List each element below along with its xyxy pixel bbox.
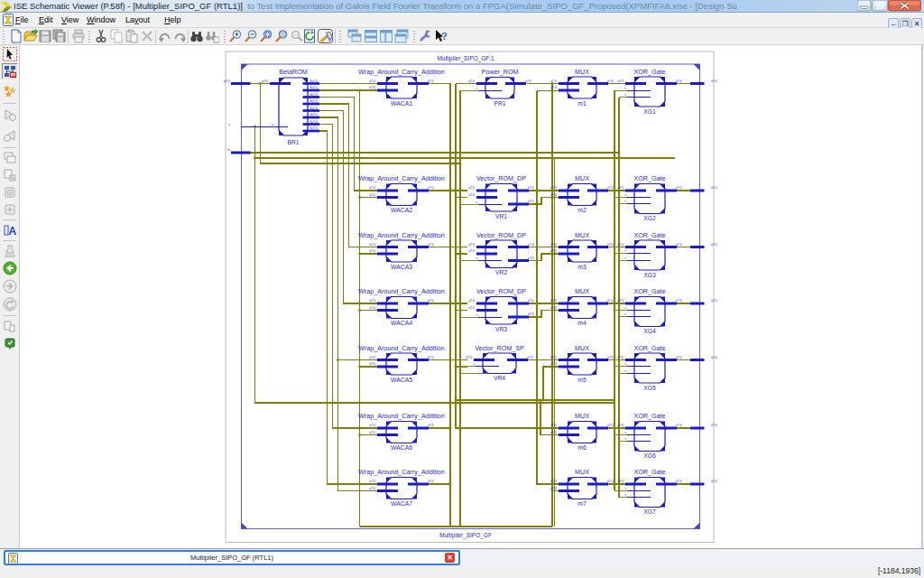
svg-text:XOR_Gate: XOR_Gate (633, 344, 665, 352)
svg-text:a(7:0): a(7:0) (369, 86, 375, 89)
svg-text:o(7:0): o(7:0) (711, 480, 717, 483)
svg-text:a(7:0): a(7:0) (550, 487, 557, 490)
svg-text:m4: m4 (578, 320, 587, 326)
svg-text:WACA1: WACA1 (391, 100, 412, 107)
svg-text:a(7:0): a(7:0) (550, 431, 557, 434)
svg-text:Wrap_Around_Carry_Addition: Wrap_Around_Carry_Addition (358, 344, 445, 352)
svg-text:XOR_Gate: XOR_Gate (633, 287, 665, 295)
svg-text:o(7:0): o(7:0) (607, 356, 614, 359)
svg-text:o(7:0): o(7:0) (607, 186, 614, 190)
svg-text:WACA5: WACA5 (391, 377, 412, 383)
svg-text:XOR_Gate: XOR_Gate (633, 412, 665, 420)
svg-text:a(7:0): a(7:0) (617, 356, 624, 359)
svg-text:a(7:0): a(7:0) (550, 186, 557, 190)
svg-text:a(7:0): a(7:0) (369, 243, 375, 247)
svg-text:WACA6: WACA6 (391, 444, 412, 451)
svg-text:o(7:0): o(7:0) (528, 186, 534, 190)
svg-text:o(7:0): o(7:0) (676, 424, 682, 427)
svg-text:o(7:0): o(7:0) (528, 312, 534, 316)
svg-text:BetaROM: BetaROM (279, 68, 308, 76)
svg-text:XOR_Gate: XOR_Gate (633, 174, 665, 182)
svg-text:a(7:0): a(7:0) (369, 424, 375, 427)
svg-text:a(7:0): a(7:0) (550, 193, 557, 197)
svg-text:a(7:0): a(7:0) (468, 306, 475, 310)
svg-text:MUX: MUX (575, 174, 589, 182)
svg-text:Multiplier_SIPO_GF:1: Multiplier_SIPO_GF:1 (437, 55, 494, 62)
svg-text:XG4: XG4 (643, 328, 656, 334)
svg-text:o(7:0): o(7:0) (711, 424, 717, 427)
svg-text:a(7:0): a(7:0) (468, 79, 475, 83)
svg-text:o(7:0): o(7:0) (428, 186, 434, 190)
svg-text:Vector_ROM_DP: Vector_ROM_DP (476, 231, 526, 239)
svg-text:ip(7:0): ip(7:0) (262, 79, 268, 83)
svg-text:a(7:0): a(7:0) (369, 487, 375, 490)
svg-text:a(7:0): a(7:0) (369, 431, 375, 434)
svg-text:a(7:0): a(7:0) (369, 186, 375, 190)
svg-text:o(7:0): o(7:0) (428, 243, 434, 247)
svg-text:a(7:0): a(7:0) (550, 362, 557, 366)
svg-text:A: A (9, 225, 17, 238)
svg-text:Power_ROM: Power_ROM (481, 68, 518, 76)
svg-text:?: ? (441, 31, 448, 42)
svg-text:MUX: MUX (575, 68, 589, 76)
svg-text:a(7:0): a(7:0) (369, 193, 375, 197)
svg-text:o(7:0): o(7:0) (428, 424, 434, 427)
svg-text:o(7:0): o(7:0) (711, 299, 717, 303)
svg-text:m5: m5 (578, 377, 587, 383)
svg-text:XOR_Gate: XOR_Gate (633, 231, 665, 239)
svg-text:a(7:0): a(7:0) (550, 424, 557, 427)
svg-text:a(7:0): a(7:0) (617, 424, 624, 427)
svg-text:XG2: XG2 (643, 215, 656, 221)
svg-text:m3: m3 (578, 264, 587, 270)
svg-text:BR1: BR1 (287, 139, 299, 145)
svg-text:a(7:0): a(7:0) (617, 186, 624, 190)
svg-text:a(7:0): a(7:0) (550, 243, 557, 247)
svg-text:a(7:0): a(7:0) (369, 306, 375, 310)
svg-text:o(7:0): o(7:0) (607, 424, 614, 427)
svg-text:PR1: PR1 (494, 100, 505, 107)
svg-text:VR3: VR3 (495, 326, 507, 332)
svg-text:Be(7:0): Be(7:0) (310, 93, 319, 97)
svg-text:VR1: VR1 (495, 213, 507, 219)
svg-text:o(7:0): o(7:0) (676, 243, 682, 247)
svg-text:Wrap_Around_Carry_Addition: Wrap_Around_Carry_Addition (358, 68, 445, 76)
svg-text:MUX: MUX (575, 412, 589, 420)
svg-text:XOR_Gate: XOR_Gate (633, 468, 665, 476)
svg-text:Multiplier_SIPO_GF: Multiplier_SIPO_GF (439, 532, 492, 539)
svg-text:o(7:0): o(7:0) (676, 299, 682, 303)
svg-text:VR2: VR2 (495, 269, 507, 275)
svg-text:m1: m1 (578, 100, 587, 107)
svg-text:XG7: XG7 (643, 508, 656, 515)
svg-text:o(7:0): o(7:0) (711, 356, 717, 359)
svg-text:Vector_ROM_DP: Vector_ROM_DP (476, 287, 526, 295)
svg-text:a(7:0): a(7:0) (617, 79, 624, 83)
svg-text:WACA3: WACA3 (391, 264, 412, 270)
svg-text:o(7:0): o(7:0) (711, 186, 717, 190)
svg-text:XG1: XG1 (643, 108, 656, 115)
svg-text:o(7:0): o(7:0) (428, 480, 434, 483)
svg-text:MUX: MUX (575, 231, 589, 239)
svg-text:o(7:0): o(7:0) (607, 79, 614, 83)
svg-text:a(7:0): a(7:0) (468, 186, 475, 190)
svg-text:o(7:0): o(7:0) (607, 480, 614, 483)
svg-text:m7: m7 (578, 500, 587, 507)
svg-text:Wrap_Around_Carry_Addition: Wrap_Around_Carry_Addition (358, 174, 445, 182)
svg-text:a(7:0): a(7:0) (550, 249, 557, 253)
svg-text:a(7:0): a(7:0) (550, 299, 557, 303)
svg-text:a(7:0): a(7:0) (369, 79, 375, 83)
svg-text:WACA7: WACA7 (391, 500, 412, 507)
svg-text:o(7:0): o(7:0) (676, 186, 682, 190)
svg-text:MUX: MUX (575, 287, 589, 295)
svg-text:XOR_Gate: XOR_Gate (633, 68, 665, 76)
svg-text:a(7:0): a(7:0) (468, 193, 475, 197)
svg-text:a(7:0): a(7:0) (617, 299, 624, 303)
svg-text:o(7:0): o(7:0) (428, 356, 434, 359)
svg-text:XG5: XG5 (643, 385, 656, 391)
svg-text:Be(7:0): Be(7:0) (310, 99, 319, 103)
svg-text:o(7:0): o(7:0) (428, 79, 434, 83)
svg-text:Be(7:0): Be(7:0) (310, 86, 319, 89)
svg-text:a(7:0): a(7:0) (468, 243, 475, 247)
svg-text:o(7:0): o(7:0) (428, 299, 434, 303)
svg-text:a(7:0): a(7:0) (466, 356, 472, 359)
svg-text:WACA4: WACA4 (391, 320, 412, 326)
